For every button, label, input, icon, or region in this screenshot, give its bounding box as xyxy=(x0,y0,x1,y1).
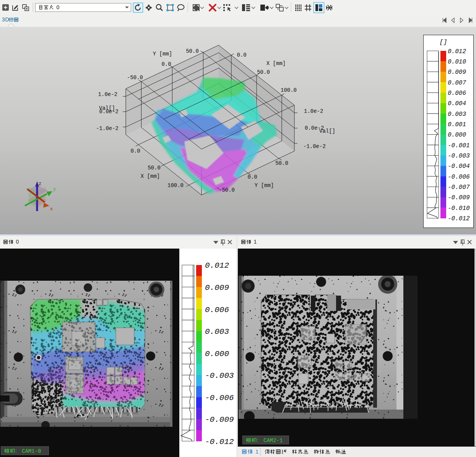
svg-text:-1.0e-2: -1.0e-2 xyxy=(96,125,119,132)
svg-text:50.0: 50.0 xyxy=(275,160,288,166)
svg-text:0: 0 xyxy=(16,239,19,245)
svg-text:-0.006: -0.006 xyxy=(205,394,234,402)
svg-text:0.007: 0.007 xyxy=(448,80,466,86)
svg-text:Val[]: Val[] xyxy=(319,128,335,134)
svg-text:-0.009: -0.009 xyxy=(205,415,234,424)
svg-text:CAM2-1: CAM2-1 xyxy=(263,437,283,444)
svg-text:-0.012: -0.012 xyxy=(205,437,234,446)
svg-text:1.0e-2: 1.0e-2 xyxy=(98,91,117,98)
svg-text:0.012: 0.012 xyxy=(448,48,466,55)
svg-text:0: 0 xyxy=(57,4,60,10)
svg-text:D: D xyxy=(5,16,9,23)
svg-text:-50.0: -50.0 xyxy=(127,75,143,81)
svg-text:0.000: 0.000 xyxy=(205,350,229,358)
svg-text:0.0: 0.0 xyxy=(130,148,140,154)
svg-text:-0.003: -0.003 xyxy=(448,153,470,159)
svg-text:1.0e-2: 1.0e-2 xyxy=(304,108,323,114)
svg-text:z: z xyxy=(39,181,41,187)
svg-text:-0.006: -0.006 xyxy=(448,174,470,181)
svg-text:1: 1 xyxy=(255,448,258,455)
svg-text:-0.007: -0.007 xyxy=(448,184,470,191)
svg-text:-0.009: -0.009 xyxy=(448,194,470,201)
svg-text:0.012: 0.012 xyxy=(205,261,229,270)
svg-text:0.001: 0.001 xyxy=(448,121,466,128)
svg-text:0.004: 0.004 xyxy=(448,100,466,107)
svg-text:X [mm]: X [mm] xyxy=(266,60,286,67)
svg-text:50.0: 50.0 xyxy=(257,69,270,75)
svg-text:Y [mm]: Y [mm] xyxy=(153,51,172,57)
svg-text:50.0: 50.0 xyxy=(186,48,199,54)
svg-text:-0.012: -0.012 xyxy=(448,215,470,222)
svg-text::: : xyxy=(15,447,17,454)
svg-text:0.009: 0.009 xyxy=(205,283,229,292)
svg-text:0.000: 0.000 xyxy=(448,132,466,138)
svg-text:0.006: 0.006 xyxy=(448,90,466,97)
svg-text:0.010: 0.010 xyxy=(448,59,466,65)
svg-text:50.0: 50.0 xyxy=(148,165,161,171)
svg-text:[]: [] xyxy=(439,39,447,46)
svg-text::: : xyxy=(257,437,258,443)
svg-text:-0.001: -0.001 xyxy=(448,142,470,149)
svg-text:0.003: 0.003 xyxy=(205,327,229,336)
svg-text:0.003: 0.003 xyxy=(448,111,466,118)
svg-text:-0.010: -0.010 xyxy=(448,205,470,212)
svg-text:-50.0: -50.0 xyxy=(219,187,235,193)
svg-text:100.0: 100.0 xyxy=(281,87,297,93)
svg-text:100.0: 100.0 xyxy=(167,182,184,189)
svg-text:0.0e-2: 0.0e-2 xyxy=(99,109,119,115)
svg-text:y: y xyxy=(53,187,56,192)
svg-text:-0.003: -0.003 xyxy=(205,371,234,380)
svg-text:-1.0e-2: -1.0e-2 xyxy=(303,143,326,150)
svg-text:0.0: 0.0 xyxy=(237,52,246,58)
svg-text:0.0: 0.0 xyxy=(247,174,257,180)
svg-text:0.0: 0.0 xyxy=(161,61,171,67)
svg-text:1: 1 xyxy=(254,239,257,245)
svg-text:x: x xyxy=(50,207,53,212)
svg-text:0.009: 0.009 xyxy=(448,69,466,76)
svg-text:CAM1-0: CAM1-0 xyxy=(22,448,41,454)
svg-text:X [mm]: X [mm] xyxy=(141,173,160,179)
svg-text:3: 3 xyxy=(2,16,5,23)
svg-text:Y [mm]: Y [mm] xyxy=(255,182,274,189)
svg-text:-0.004: -0.004 xyxy=(448,163,470,170)
svg-text:0.006: 0.006 xyxy=(205,306,229,314)
